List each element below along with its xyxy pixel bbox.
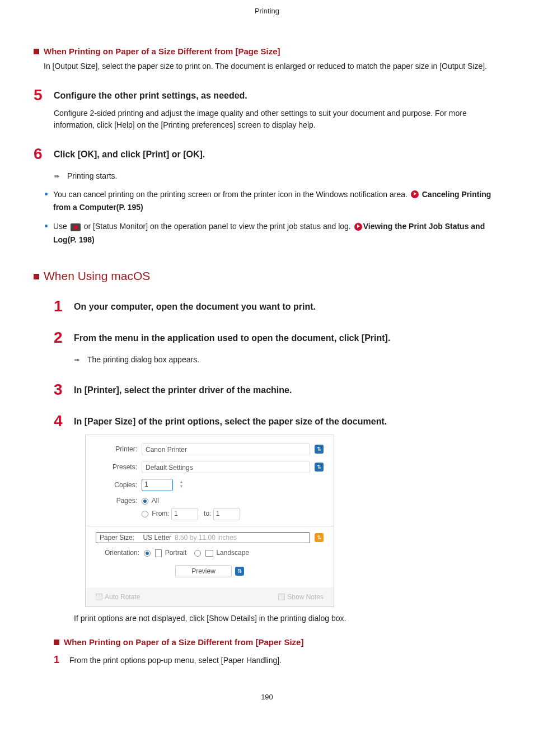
step-5-number: 5	[34, 87, 46, 103]
dlg-orient-label: Orientation:	[96, 549, 139, 557]
dlg-printer-label: Printer:	[96, 445, 137, 453]
chevron-updown-icon[interactable]: ⇅	[315, 533, 324, 542]
macos-step-1: 1 On your computer, open the document yo…	[54, 298, 500, 314]
dlg-footer: Auto Rotate Show Notes	[86, 587, 334, 606]
square-bullet-icon	[54, 640, 59, 645]
subhead-paper-size: When Printing on Paper of a Size Differe…	[54, 637, 500, 647]
radio-all[interactable]	[142, 498, 148, 505]
chevron-updown-icon[interactable]: ⇅	[315, 445, 324, 454]
section-macos-title: When Using macOS	[44, 269, 150, 283]
step-6-result: ➠Printing starts.	[54, 170, 500, 183]
status-monitor-icon	[71, 223, 81, 231]
macos-step-4: 4 In [Paper Size] of the print options, …	[54, 413, 500, 429]
step-5-body: Configure 2-sided printing and adjust th…	[54, 108, 500, 130]
step-6-number: 6	[34, 146, 46, 162]
square-bullet-icon	[34, 49, 39, 54]
result-arrow-icon: ➠	[54, 171, 67, 183]
subhead-page-size: When Printing on Paper of a Size Differe…	[34, 46, 500, 56]
bullet-dot-icon	[45, 193, 48, 195]
macos-step-2: 2 From the menu in the application used …	[54, 330, 500, 346]
radio-from[interactable]	[142, 511, 148, 517]
step-6-title: Click [OK], and click [Print] or [OK].	[54, 146, 205, 162]
step-6-bullet-1: You can cancel printing on the printing …	[45, 188, 500, 215]
macos-step-2-result: ➠The printing dialog box appears.	[74, 353, 500, 366]
sub-step-1-body: From the print options pop-up menu, sele…	[69, 655, 282, 665]
dlg-copies-label: Copies:	[96, 481, 137, 489]
link-icon[interactable]	[411, 190, 419, 198]
macos-step-2-title: From the menu in the application used to…	[74, 330, 390, 346]
macos-step-3-number: 3	[54, 382, 66, 398]
sub-step-1-number: 1	[54, 655, 62, 665]
step-5-title: Configure the other print settings, as n…	[54, 87, 247, 103]
macos-step-2-number: 2	[54, 330, 66, 346]
macos-step-4-number: 4	[54, 413, 66, 429]
page-header: Printing	[0, 0, 534, 22]
checkbox-icon	[278, 594, 285, 600]
dlg-preview-button[interactable]: Preview	[175, 565, 232, 577]
page-number: 190	[0, 693, 534, 701]
subhead-paper-size-title: When Printing on Paper of a Size Differe…	[64, 637, 303, 647]
chevron-updown-icon[interactable]: ⇅	[315, 463, 324, 472]
sub-step-1: 1 From the print options pop-up menu, se…	[54, 655, 500, 665]
step-6: 6 Click [OK], and click [Print] or [OK].	[34, 146, 500, 162]
subhead-page-size-title: When Printing on Paper of a Size Differe…	[44, 46, 280, 56]
bullet-dot-icon	[45, 225, 48, 227]
macos-step-4-body: If print options are not displayed, clic…	[74, 613, 500, 624]
landscape-icon	[205, 550, 213, 557]
step-5: 5 Configure the other print settings, as…	[34, 87, 500, 103]
print-dialog-screenshot: Printer: Canon Printer ⇅ Presets: Defaul…	[85, 435, 334, 607]
checkbox-icon	[96, 594, 102, 600]
result-arrow-icon: ➠	[74, 354, 87, 366]
dlg-papersize-select[interactable]: Paper Size: US Letter 8.50 by 11.00 inch…	[96, 532, 310, 543]
stepper-icon[interactable]: ▲▼	[179, 480, 184, 490]
radio-portrait[interactable]	[144, 550, 151, 557]
dlg-presets-select[interactable]: Default Settings	[142, 461, 310, 473]
subhead-page-size-body: In [Output Size], select the paper size …	[44, 60, 500, 72]
macos-step-1-number: 1	[54, 298, 66, 314]
square-bullet-icon	[34, 274, 39, 279]
macos-step-3: 3 In [Printer], select the printer drive…	[54, 382, 500, 398]
step-6-bullet-2: Use or [Status Monitor] on the operation…	[45, 220, 500, 247]
macos-step-3-title: In [Printer], select the printer driver …	[74, 382, 292, 398]
macos-step-1-title: On your computer, open the document you …	[74, 298, 316, 314]
dlg-to-input[interactable]: 1	[213, 508, 240, 520]
link-icon[interactable]	[354, 223, 362, 231]
chevron-updown-icon[interactable]: ⇅	[235, 567, 244, 576]
radio-landscape[interactable]	[194, 550, 201, 557]
dlg-from-input[interactable]: 1	[171, 508, 198, 520]
dlg-presets-label: Presets:	[96, 463, 137, 471]
macos-step-4-title: In [Paper Size] of the print options, se…	[74, 413, 387, 429]
section-macos: When Using macOS	[34, 269, 500, 283]
dlg-copies-input[interactable]: 1	[142, 479, 173, 491]
portrait-icon	[155, 549, 162, 557]
dlg-pages-label: Pages:	[96, 497, 137, 505]
dlg-printer-select[interactable]: Canon Printer	[142, 443, 310, 455]
